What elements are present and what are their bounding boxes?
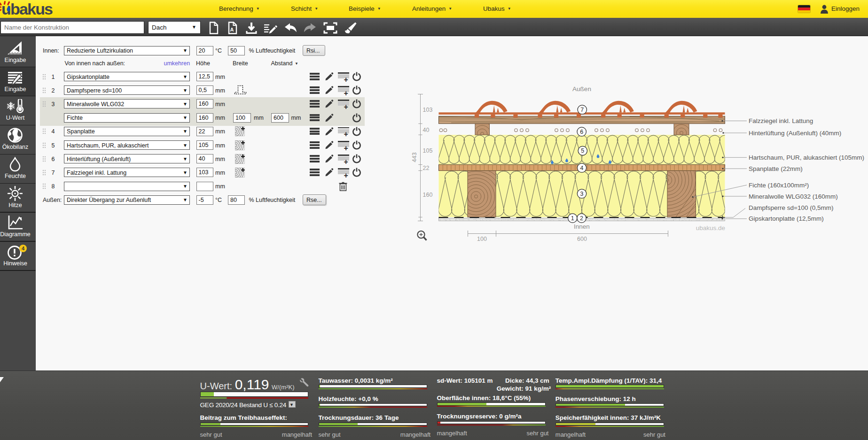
svg-text:Falzziegel inkl. Lattung: Falzziegel inkl. Lattung (749, 117, 813, 124)
svg-text:Hinterlüftung (Außenluft) (40m: Hinterlüftung (Außenluft) (40mm) (749, 130, 841, 137)
svg-text:100: 100 (477, 236, 487, 242)
svg-text:160: 160 (423, 192, 433, 198)
svg-text:1: 1 (571, 215, 574, 222)
svg-text:6: 6 (580, 129, 583, 135)
svg-text:22: 22 (423, 165, 430, 171)
svg-text:40: 40 (423, 127, 430, 133)
svg-text:Fichte (160x100mm²): Fichte (160x100mm²) (749, 182, 809, 189)
svg-text:103: 103 (423, 107, 433, 113)
svg-text:A: A (230, 27, 234, 32)
svg-text:Hartschaum, PUR, alukaschiert: Hartschaum, PUR, alukaschiert (105mm) (749, 154, 864, 161)
svg-text:7: 7 (580, 107, 584, 113)
svg-text:5: 5 (581, 147, 584, 154)
svg-text:Spanplatte (22mm): Spanplatte (22mm) (749, 165, 803, 172)
svg-text:Mineralwolle WLG032 (160mm): Mineralwolle WLG032 (160mm) (749, 193, 838, 200)
svg-text:105: 105 (423, 147, 433, 154)
svg-text:Gipskartonplatte (12,5mm): Gipskartonplatte (12,5mm) (749, 215, 824, 222)
svg-text:2: 2 (580, 215, 583, 222)
svg-text:443: 443 (411, 153, 418, 162)
svg-text:Innen: Innen (574, 223, 590, 230)
svg-text:600: 600 (577, 236, 587, 242)
svg-text:3: 3 (580, 191, 584, 197)
svg-text:4: 4 (580, 165, 584, 171)
svg-text:Außen: Außen (572, 85, 591, 93)
svg-text:ubakus.de: ubakus.de (696, 224, 725, 232)
svg-text:4: 4 (22, 246, 25, 251)
svg-text:Dampfsperre sd=100 (0,5mm): Dampfsperre sd=100 (0,5mm) (749, 204, 833, 211)
